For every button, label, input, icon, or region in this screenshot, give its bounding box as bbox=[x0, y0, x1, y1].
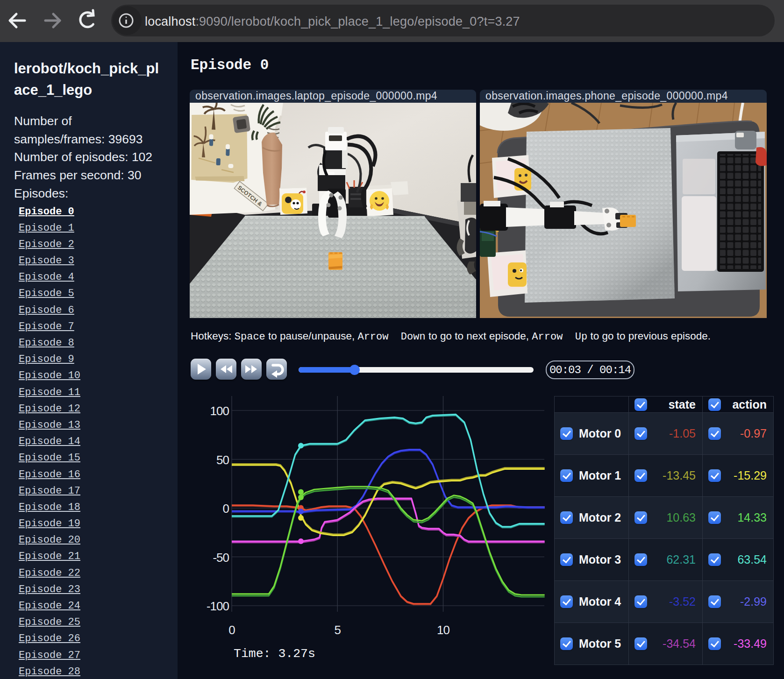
svg-text:100: 100 bbox=[210, 404, 229, 418]
svg-text:Time: 3.27s: Time: 3.27s bbox=[234, 647, 315, 661]
svg-text:0: 0 bbox=[228, 623, 235, 637]
svg-text:0: 0 bbox=[223, 502, 229, 516]
svg-text:10: 10 bbox=[437, 623, 449, 637]
svg-text:5: 5 bbox=[334, 623, 341, 637]
svg-text:50: 50 bbox=[216, 453, 229, 467]
svg-text:-50: -50 bbox=[213, 551, 229, 565]
svg-text:-100: -100 bbox=[207, 599, 229, 613]
